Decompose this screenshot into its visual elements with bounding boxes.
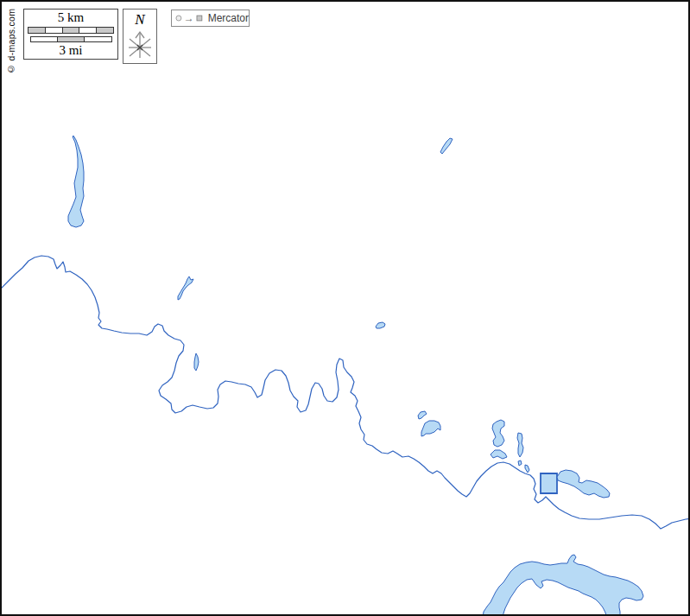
square-icon [196,13,203,23]
lake-east-of-square [557,470,610,498]
lake-west-sliver [178,276,193,300]
reservoir-square [541,473,557,493]
arrow-right-icon: → [184,13,194,23]
compass-star-icon [123,27,156,61]
map-canvas [2,2,690,616]
lake-north-sliver [440,138,453,154]
scale-segment [85,37,111,41]
lake-pair-small [418,411,427,419]
scale-segment [31,37,58,41]
projection-legend-box: → Mercator [171,10,250,27]
lake-cluster-scurl [492,420,504,447]
lake-small-oval [376,322,385,328]
projection-label: Mercator [208,12,249,24]
scale-segment [58,37,85,41]
scale-mi-bar [30,36,112,42]
lake-cluster-sliver [491,450,507,459]
compass-box: N [123,9,157,64]
scale-mi-label: 3 mi [24,43,117,58]
scale-km-bar [28,27,114,34]
scale-segment [28,28,46,33]
scale-segment [79,28,97,33]
circle-icon [175,13,182,23]
lake-cluster-vertical [517,433,523,457]
map-page: © d-maps.com 5 km 3 mi N → [0,0,690,616]
scale-segment [46,28,63,33]
scale-segment [97,28,113,33]
scale-km-label: 5 km [24,10,117,25]
lake-dot-a [518,460,522,466]
compass-north-label: N [123,12,156,27]
scale-segment [63,28,80,33]
scale-bar-box: 5 km 3 mi [23,9,118,60]
lake-northwest-elongated [68,136,84,227]
lake-pair-large [421,421,440,436]
copyright-attribution: © d-maps.com [6,7,16,74]
lake-south-arc [483,555,643,616]
lake-mid-sliver [194,353,199,371]
lake-dot-b [525,465,529,473]
